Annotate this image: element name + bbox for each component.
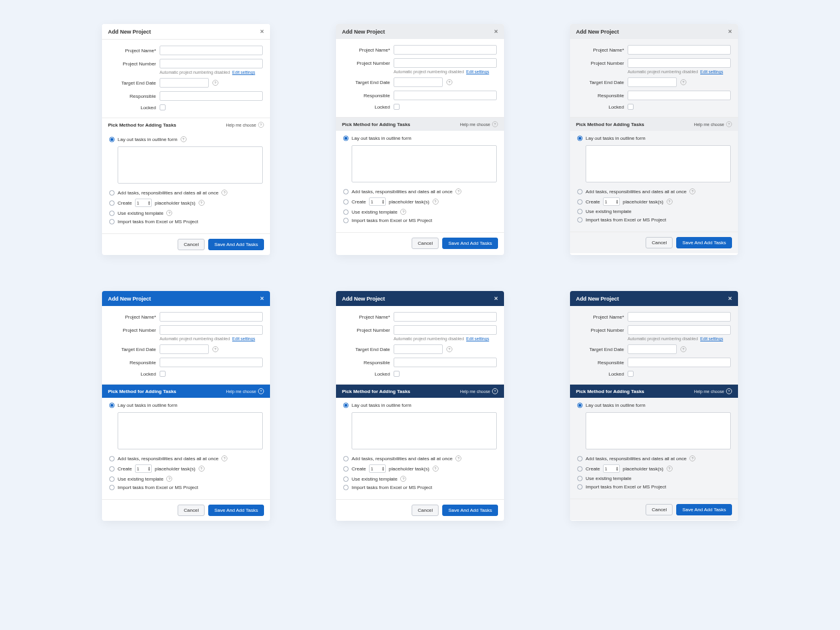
radio-outline[interactable]: [109, 403, 115, 408]
radio-all-at-once[interactable]: [343, 189, 349, 194]
responsible-input[interactable]: [394, 358, 497, 367]
radio-template[interactable]: [343, 209, 349, 215]
placeholder-count-stepper[interactable]: 1▴▾: [135, 199, 152, 207]
outline-textarea[interactable]: [352, 412, 497, 449]
radio-outline[interactable]: [109, 137, 115, 142]
radio-import[interactable]: [343, 485, 349, 490]
help-me-choose-link[interactable]: Help me choose?: [226, 388, 264, 394]
project-number-input[interactable]: [628, 325, 731, 335]
help-icon[interactable]: ?: [455, 455, 461, 461]
help-icon[interactable]: ?: [433, 199, 439, 205]
help-icon[interactable]: ?: [680, 346, 686, 352]
target-end-input[interactable]: [628, 344, 677, 354]
radio-all-at-once[interactable]: [343, 456, 349, 461]
locked-checkbox[interactable]: [160, 104, 166, 110]
close-icon[interactable]: ×: [494, 28, 498, 35]
responsible-input[interactable]: [628, 358, 731, 367]
save-button[interactable]: Save And Add Tasks: [208, 505, 264, 516]
radio-template[interactable]: [109, 476, 115, 482]
save-button[interactable]: Save And Add Tasks: [442, 238, 498, 249]
help-me-choose-link[interactable]: Help me choose?: [694, 121, 732, 127]
cancel-button[interactable]: Cancel: [178, 505, 205, 516]
cancel-button[interactable]: Cancel: [646, 504, 673, 515]
locked-checkbox[interactable]: [394, 104, 400, 110]
project-number-input[interactable]: [160, 325, 263, 335]
help-icon[interactable]: ?: [181, 136, 187, 142]
help-icon[interactable]: ?: [667, 199, 673, 205]
close-icon[interactable]: ×: [728, 28, 732, 35]
outline-textarea[interactable]: [586, 412, 731, 449]
help-icon[interactable]: ?: [199, 200, 205, 206]
radio-import[interactable]: [343, 218, 349, 223]
save-button[interactable]: Save And Add Tasks: [676, 504, 732, 515]
radio-template[interactable]: [109, 211, 115, 216]
help-icon[interactable]: ?: [446, 346, 452, 352]
cancel-button[interactable]: Cancel: [178, 239, 205, 250]
radio-all-at-once[interactable]: [577, 456, 583, 461]
help-icon[interactable]: ?: [221, 455, 227, 461]
help-icon[interactable]: ?: [446, 79, 452, 85]
radio-create[interactable]: [577, 199, 583, 205]
project-name-input[interactable]: [160, 46, 263, 55]
project-number-input[interactable]: [628, 58, 731, 68]
target-end-input[interactable]: [628, 77, 677, 87]
radio-create[interactable]: [109, 200, 115, 206]
outline-textarea[interactable]: [118, 146, 263, 184]
edit-settings-link[interactable]: Edit settings: [466, 337, 489, 341]
radio-import[interactable]: [577, 484, 583, 490]
locked-checkbox[interactable]: [160, 371, 166, 377]
close-icon[interactable]: ×: [728, 295, 732, 302]
help-icon[interactable]: ?: [667, 466, 673, 472]
radio-import[interactable]: [109, 485, 115, 490]
project-name-input[interactable]: [394, 45, 497, 55]
radio-template[interactable]: [343, 476, 349, 482]
placeholder-count-stepper[interactable]: 1▴▾: [369, 464, 386, 473]
radio-create[interactable]: [109, 466, 115, 472]
radio-template[interactable]: [577, 209, 583, 214]
outline-textarea[interactable]: [352, 145, 497, 182]
radio-create[interactable]: [577, 466, 583, 472]
responsible-input[interactable]: [160, 358, 263, 367]
help-icon[interactable]: ?: [455, 188, 461, 194]
radio-outline[interactable]: [577, 136, 583, 141]
radio-outline[interactable]: [343, 136, 349, 141]
edit-settings-link[interactable]: Edit settings: [232, 70, 255, 74]
locked-checkbox[interactable]: [628, 371, 634, 377]
save-button[interactable]: Save And Add Tasks: [442, 505, 498, 516]
save-button[interactable]: Save And Add Tasks: [208, 239, 264, 250]
help-icon[interactable]: ?: [166, 210, 172, 216]
help-icon[interactable]: ?: [689, 455, 695, 461]
radio-all-at-once[interactable]: [109, 190, 115, 196]
help-icon[interactable]: ?: [400, 209, 406, 215]
cancel-button[interactable]: Cancel: [412, 505, 439, 516]
project-name-input[interactable]: [628, 312, 731, 322]
radio-outline[interactable]: [343, 403, 349, 408]
radio-all-at-once[interactable]: [109, 456, 115, 461]
close-icon[interactable]: ×: [260, 295, 264, 302]
target-end-input[interactable]: [160, 344, 209, 354]
responsible-input[interactable]: [394, 91, 497, 100]
help-icon[interactable]: ?: [199, 466, 205, 472]
radio-create[interactable]: [343, 466, 349, 472]
edit-settings-link[interactable]: Edit settings: [700, 337, 723, 341]
target-end-input[interactable]: [160, 78, 209, 88]
help-me-choose-link[interactable]: Help me choose?: [226, 122, 264, 128]
help-me-choose-link[interactable]: Help me choose?: [460, 388, 498, 394]
radio-import[interactable]: [577, 217, 583, 223]
help-icon[interactable]: ?: [433, 466, 439, 472]
placeholder-count-stepper[interactable]: 1▴▾: [135, 464, 152, 473]
help-icon[interactable]: ?: [166, 476, 172, 482]
edit-settings-link[interactable]: Edit settings: [700, 70, 723, 74]
radio-import[interactable]: [109, 219, 115, 224]
target-end-input[interactable]: [394, 344, 443, 354]
help-me-choose-link[interactable]: Help me choose?: [694, 388, 732, 394]
close-icon[interactable]: ×: [494, 295, 498, 302]
outline-textarea[interactable]: [586, 145, 731, 182]
help-icon[interactable]: ?: [400, 476, 406, 482]
edit-settings-link[interactable]: Edit settings: [232, 337, 255, 341]
placeholder-count-stepper[interactable]: 1▴▾: [369, 197, 386, 206]
project-name-input[interactable]: [160, 312, 263, 322]
radio-template[interactable]: [577, 476, 583, 481]
help-icon[interactable]: ?: [689, 188, 695, 194]
placeholder-count-stepper[interactable]: 1▴▾: [603, 464, 620, 473]
